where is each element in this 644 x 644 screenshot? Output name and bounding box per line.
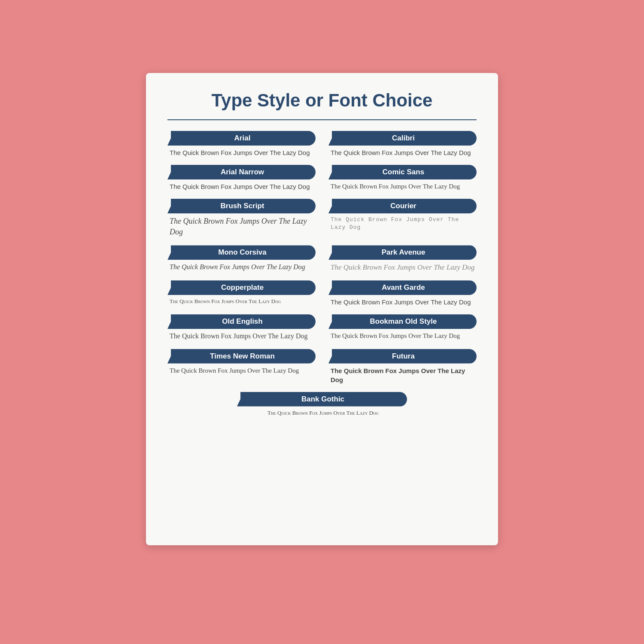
- font-banner-comic-sans: Comic Sans: [328, 165, 477, 179]
- page-title: Type Style or Font Choice: [167, 90, 477, 111]
- font-banner-mono-corsiva: Mono Corsiva: [167, 245, 316, 260]
- font-entry-courier: CourierThe Quick Brown Fox Jumps Over Th…: [328, 199, 477, 237]
- font-label-copperplate: Copperplate: [167, 280, 316, 295]
- font-entry-arial-narrow: Arial NarrowThe Quick Brown Fox Jumps Ov…: [167, 165, 316, 191]
- font-label-arial: Arial: [167, 131, 316, 146]
- font-banner-courier: Courier: [328, 199, 477, 213]
- font-label-courier: Courier: [328, 199, 477, 213]
- font-sample-avant-garde: The Quick Brown Fox Jumps Over The Lazy …: [328, 298, 477, 307]
- font-sample-bank-gothic: The Quick Brown Fox Jumps Over The Lazy …: [167, 409, 477, 417]
- font-sample-brush-script: The Quick Brown Fox Jumps Over The Lazy …: [167, 216, 316, 237]
- font-label-avant-garde: Avant Garde: [328, 280, 477, 295]
- font-label-futura: Futura: [328, 349, 477, 364]
- font-sample-old-english: The Quick Brown Fox Jumps Over The Lazy …: [167, 331, 316, 341]
- font-banner-park-avenue: Park Avenue: [328, 245, 477, 260]
- font-sample-park-avenue: The Quick Brown Fox Jumps Over The Lazy …: [328, 262, 477, 273]
- font-entry-copperplate: CopperplateThe Quick Brown Fox Jumps Ove…: [167, 280, 316, 307]
- font-banner-arial: Arial: [167, 131, 316, 146]
- font-label-bank-gothic: Bank Gothic: [237, 392, 407, 407]
- font-label-times-new-roman: Times New Roman: [167, 349, 316, 364]
- font-entry-bank-gothic: Bank GothicThe Quick Brown Fox Jumps Ove…: [167, 392, 477, 417]
- font-banner-futura: Futura: [328, 349, 477, 364]
- font-label-bookman: Bookman Old Style: [328, 314, 477, 329]
- font-label-mono-corsiva: Mono Corsiva: [167, 245, 316, 260]
- font-banner-times-new-roman: Times New Roman: [167, 349, 316, 364]
- font-sample-futura: The Quick Brown Fox Jumps Over The Lazy …: [328, 366, 477, 384]
- font-label-brush-script: Brush Script: [167, 199, 316, 213]
- font-sample-copperplate: The Quick Brown Fox Jumps Over The Lazy …: [167, 298, 316, 305]
- font-sample-comic-sans: The Quick Brown Fox Jumps Over The Lazy …: [328, 182, 477, 191]
- font-entry-bookman: Bookman Old StyleThe Quick Brown Fox Jum…: [328, 314, 477, 341]
- font-card: Type Style or Font Choice ArialThe Quick…: [146, 73, 498, 545]
- font-banner-avant-garde: Avant Garde: [328, 280, 477, 295]
- font-entry-brush-script: Brush ScriptThe Quick Brown Fox Jumps Ov…: [167, 199, 316, 237]
- font-sample-mono-corsiva: The Quick Brown Fox Jumps Over The Lazy …: [167, 262, 316, 272]
- font-banner-brush-script: Brush Script: [167, 199, 316, 213]
- divider: [167, 119, 477, 120]
- fonts-grid: ArialThe Quick Brown Fox Jumps Over The …: [167, 131, 477, 425]
- font-entry-park-avenue: Park AvenueThe Quick Brown Fox Jumps Ove…: [328, 245, 477, 273]
- font-sample-courier: The Quick Brown Fox Jumps Over The Lazy …: [328, 216, 477, 231]
- font-entry-mono-corsiva: Mono CorsivaThe Quick Brown Fox Jumps Ov…: [167, 245, 316, 273]
- font-entry-futura: FuturaThe Quick Brown Fox Jumps Over The…: [328, 349, 477, 384]
- font-entry-old-english: Old EnglishThe Quick Brown Fox Jumps Ove…: [167, 314, 316, 341]
- font-label-park-avenue: Park Avenue: [328, 245, 477, 260]
- font-entry-times-new-roman: Times New RomanThe Quick Brown Fox Jumps…: [167, 349, 316, 384]
- font-sample-arial: The Quick Brown Fox Jumps Over The Lazy …: [167, 148, 316, 157]
- font-sample-calibri: The Quick Brown Fox Jumps Over The Lazy …: [328, 148, 477, 157]
- font-sample-bookman: The Quick Brown Fox Jumps Over The Lazy …: [328, 331, 477, 340]
- font-entry-arial: ArialThe Quick Brown Fox Jumps Over The …: [167, 131, 316, 157]
- font-entry-comic-sans: Comic SansThe Quick Brown Fox Jumps Over…: [328, 165, 477, 191]
- font-entry-calibri: CalibriThe Quick Brown Fox Jumps Over Th…: [328, 131, 477, 157]
- font-banner-calibri: Calibri: [328, 131, 477, 146]
- font-banner-arial-narrow: Arial Narrow: [167, 165, 316, 179]
- font-label-calibri: Calibri: [328, 131, 477, 146]
- font-banner-old-english: Old English: [167, 314, 316, 329]
- font-banner-bank-gothic: Bank Gothic: [237, 392, 407, 407]
- font-sample-times-new-roman: The Quick Brown Fox Jumps Over The Lazy …: [167, 366, 316, 375]
- font-sample-arial-narrow: The Quick Brown Fox Jumps Over The Lazy …: [167, 182, 316, 191]
- font-label-old-english: Old English: [167, 314, 316, 329]
- font-entry-avant-garde: Avant GardeThe Quick Brown Fox Jumps Ove…: [328, 280, 477, 307]
- font-label-comic-sans: Comic Sans: [328, 165, 477, 179]
- font-label-arial-narrow: Arial Narrow: [167, 165, 316, 179]
- font-banner-bookman: Bookman Old Style: [328, 314, 477, 329]
- font-banner-copperplate: Copperplate: [167, 280, 316, 295]
